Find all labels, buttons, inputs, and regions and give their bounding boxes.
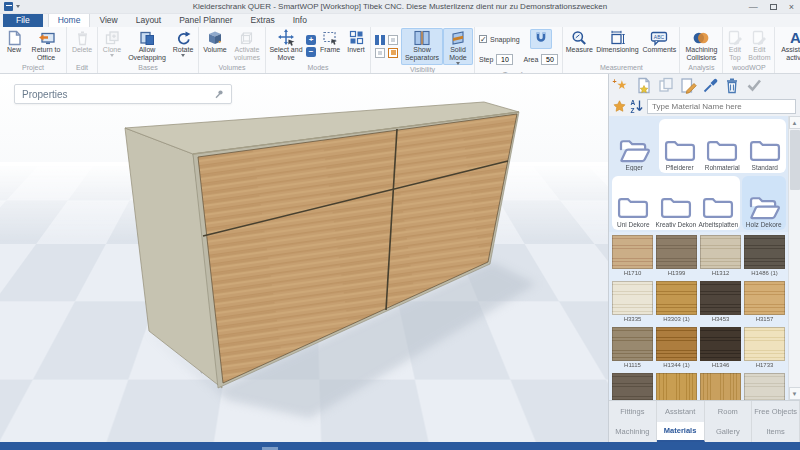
add-selection-button[interactable]: + <box>306 35 316 45</box>
favorites-star-icon[interactable] <box>613 100 626 113</box>
tab-layout[interactable]: Layout <box>127 14 171 27</box>
new-button[interactable]: New <box>1 28 27 63</box>
activate-volumes-button[interactable]: Activate volumes <box>230 28 264 63</box>
swatch-texture[interactable] <box>700 327 741 361</box>
material-folder-kreativ-dekore[interactable]: Kreativ Dekore <box>655 176 698 230</box>
tab-home[interactable]: Home <box>48 13 91 27</box>
material-folder-arbeitsplatten[interactable]: Arbeitsplatten <box>697 176 740 230</box>
material-swatch-row4-13[interactable] <box>656 373 697 400</box>
dock-tab-fittings[interactable]: Fittings <box>609 401 657 422</box>
material-swatch-h1115[interactable]: H1115 <box>612 327 653 370</box>
assistant-active-button[interactable]: A Assistant active <box>776 28 800 63</box>
material-swatch-h1710[interactable]: H1710 <box>612 235 653 278</box>
measure-button[interactable]: Measure <box>564 28 594 63</box>
rotate-button[interactable]: Rotate <box>169 28 197 63</box>
material-swatch-h1312[interactable]: H1312 <box>700 235 741 278</box>
materials-scrollbar[interactable]: ▲ ▼ <box>788 116 800 400</box>
clone-button[interactable]: Clone <box>99 28 125 63</box>
swatch-texture[interactable] <box>656 327 697 361</box>
magnet-snap-button[interactable] <box>530 29 552 49</box>
area-input[interactable] <box>541 54 558 65</box>
swatch-texture[interactable] <box>612 373 653 400</box>
pin-icon[interactable] <box>214 89 224 99</box>
swatch-texture[interactable] <box>744 373 785 400</box>
swatch-texture[interactable] <box>700 235 741 269</box>
volume-button[interactable]: Volume <box>200 28 230 63</box>
close-button[interactable]: × <box>789 2 794 12</box>
material-folder-pfleiderer[interactable]: Pfleiderer <box>659 119 702 173</box>
step-input[interactable] <box>496 54 513 65</box>
swatch-texture[interactable] <box>700 281 741 315</box>
dock-tab-assistant[interactable]: Assistant <box>657 401 705 422</box>
dock-tab-machining[interactable]: Machining <box>609 422 657 443</box>
show-frames-toggle[interactable] <box>375 48 385 58</box>
dock-tab-free-objects[interactable]: Free Objects <box>752 401 800 422</box>
edit-bottom-button[interactable]: Edit Bottom <box>745 28 773 63</box>
delete-button[interactable]: Delete <box>68 28 96 63</box>
tab-panel-planner[interactable]: Panel Planner <box>170 14 241 27</box>
cabinet-3d-model[interactable]: Dresser <box>0 74 608 442</box>
pick-material-button[interactable] <box>701 77 719 94</box>
dimensioning-button[interactable]: Dimensioning <box>594 28 640 63</box>
remove-selection-button[interactable]: − <box>306 47 316 57</box>
scrollbar-thumb[interactable] <box>790 130 800 190</box>
add-favorite-button[interactable]: ★+ <box>613 77 631 94</box>
maximize-button[interactable] <box>770 4 777 10</box>
swatch-texture[interactable] <box>656 281 697 315</box>
material-swatch-h1399[interactable]: H1399 <box>656 235 697 278</box>
material-search-input[interactable] <box>647 99 796 114</box>
hide-panels-toggle[interactable] <box>388 35 398 45</box>
material-swatch-h1486-1-[interactable]: H1486 (1) <box>744 235 785 278</box>
material-swatch-h3157[interactable]: H3157 <box>744 281 785 324</box>
swatch-texture[interactable] <box>612 327 653 361</box>
tab-file[interactable]: File <box>3 14 43 27</box>
swatch-texture[interactable] <box>612 235 653 269</box>
frame-select-button[interactable]: Frame <box>317 28 343 63</box>
material-swatch-h3453[interactable]: H3453 <box>700 281 741 324</box>
material-folder-uni-dekore[interactable]: Uni Dekore <box>612 176 655 230</box>
dock-tab-items[interactable]: Items <box>752 422 800 443</box>
material-swatch-h3303-1-[interactable]: H3303 (1) <box>656 281 697 324</box>
tab-info[interactable]: Info <box>284 14 316 27</box>
swatch-texture[interactable] <box>656 235 697 269</box>
swatch-texture[interactable] <box>700 373 741 400</box>
swatch-texture[interactable] <box>612 281 653 315</box>
material-swatch-row4-14[interactable] <box>700 373 741 400</box>
sort-az-icon[interactable]: AZ <box>629 98 644 114</box>
properties-panel-header[interactable]: Properties <box>14 84 232 104</box>
swatch-texture[interactable] <box>744 327 785 361</box>
show-panels-toggle[interactable] <box>375 35 385 45</box>
swatch-texture[interactable] <box>656 373 697 400</box>
swatch-texture[interactable] <box>744 281 785 315</box>
material-folder-rohmaterial[interactable]: Rohmaterial <box>701 119 744 173</box>
comments-button[interactable]: ABC Comments <box>640 28 678 63</box>
highlight-toggle[interactable] <box>388 48 398 58</box>
invert-selection-button[interactable]: Invert <box>343 28 369 63</box>
edit-top-button[interactable]: Edit Top <box>724 28 745 63</box>
solid-mode-button[interactable]: Solid Mode <box>443 28 473 65</box>
copy-material-button[interactable] <box>657 77 675 94</box>
dock-tab-materials[interactable]: Materials <box>657 422 705 443</box>
material-folder-egger[interactable]: Egger <box>612 119 657 173</box>
scroll-expand-button[interactable]: ▼ <box>789 387 800 400</box>
minimize-button[interactable]: — <box>749 2 758 12</box>
material-swatch-row4-12[interactable] <box>612 373 653 400</box>
return-to-office-button[interactable]: Return to Office <box>27 28 65 63</box>
allow-overlapping-button[interactable]: Allow Overlapping <box>125 28 169 63</box>
viewport-3d[interactable]: Dresser Properties <box>0 74 608 442</box>
apply-material-button[interactable] <box>745 77 763 94</box>
material-swatch-h1344-1-[interactable]: H1344 (1) <box>656 327 697 370</box>
scroll-up-button[interactable]: ▲ <box>789 116 800 129</box>
material-folder-holz-dekore[interactable]: Holz Dekore <box>742 176 787 230</box>
material-swatch-h1733[interactable]: H1733 <box>744 327 785 370</box>
tab-extras[interactable]: Extras <box>242 14 284 27</box>
material-folder-standard[interactable]: Standard <box>744 119 787 173</box>
snapping-checkbox[interactable]: ✓ Snapping <box>479 35 520 43</box>
swatch-texture[interactable] <box>744 235 785 269</box>
machining-collisions-button[interactable]: Machining Collisions <box>681 28 721 63</box>
material-swatch-h3335[interactable]: H3335 <box>612 281 653 324</box>
tab-view[interactable]: View <box>90 14 126 27</box>
select-and-move-button[interactable]: Select and Move <box>267 28 305 63</box>
new-material-button[interactable] <box>635 77 653 94</box>
material-swatch-row4-15[interactable] <box>744 373 785 400</box>
